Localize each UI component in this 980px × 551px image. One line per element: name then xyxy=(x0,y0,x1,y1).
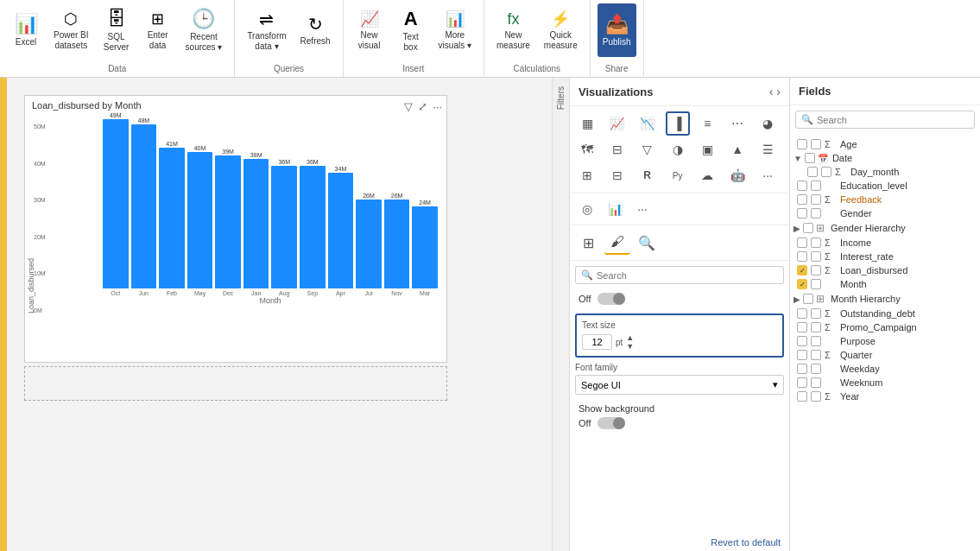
field-checkbox-month-hier[interactable] xyxy=(803,294,813,304)
text-size-field[interactable] xyxy=(582,334,612,350)
field-checkbox-weekday2[interactable] xyxy=(811,364,821,374)
viz-toggle[interactable] xyxy=(597,293,625,305)
list-item[interactable]: Σ Promo_Campaign xyxy=(790,320,980,334)
field-checkbox-quarter[interactable] xyxy=(797,350,807,360)
viz-icon-map[interactable]: 🗺 xyxy=(575,137,599,162)
sql-server-button[interactable]: 🗄 SQLServer xyxy=(98,3,136,57)
list-item[interactable]: Gender xyxy=(790,206,980,220)
publish-button[interactable]: 📤 Publish xyxy=(597,3,636,57)
quick-measure-button[interactable]: ⚡ Quickmeasure xyxy=(539,3,583,57)
enter-data-button[interactable]: ⊞ Enterdata xyxy=(139,3,177,57)
field-checkbox-year2[interactable] xyxy=(811,391,821,402)
list-item[interactable]: Σ Interest_rate xyxy=(790,250,980,263)
field-checkbox-purpose2[interactable] xyxy=(811,336,821,346)
field-checkbox-age2[interactable] xyxy=(811,139,821,149)
field-checkbox-month2[interactable] xyxy=(811,279,821,289)
viz-icon-kpi[interactable]: ▲ xyxy=(725,137,749,162)
field-checkbox-loan[interactable]: ✓ xyxy=(797,265,807,276)
list-item[interactable]: Σ Year xyxy=(790,390,980,403)
filter-icon[interactable]: ▽ xyxy=(404,100,413,113)
power-bi-datasets-button[interactable]: ⬡ Power BIdatasets xyxy=(48,3,94,57)
list-item[interactable]: ✓ Month xyxy=(790,277,980,291)
list-item[interactable]: Weeknum xyxy=(790,376,980,390)
viz-icon-bar[interactable]: ▦ xyxy=(575,111,599,136)
field-checkbox-promo[interactable] xyxy=(797,322,807,332)
viz-search-input[interactable] xyxy=(597,270,778,281)
list-item[interactable]: Education_level xyxy=(790,179,980,193)
viz-icon-line[interactable]: 📈 xyxy=(605,111,629,136)
viz-icon-funnel[interactable]: ▽ xyxy=(635,137,660,162)
viz-icon-python[interactable]: Py xyxy=(666,163,690,187)
viz-icon-waterfall[interactable]: 📊 xyxy=(603,197,627,221)
viz-tab-format[interactable]: 🖌 xyxy=(604,231,630,255)
group-row-gender-hierarchy[interactable]: ▶ ⊞ Gender Hierarchy xyxy=(790,220,980,236)
excel-button[interactable]: 📊 Excel xyxy=(7,3,45,57)
group-row-month-hierarchy[interactable]: ▶ ⊞ Month Hierarchy xyxy=(790,291,980,307)
group-row-date[interactable]: ▼ 📅 Date xyxy=(790,151,980,165)
field-checkbox-outstanding[interactable] xyxy=(797,308,807,319)
list-item[interactable]: Purpose xyxy=(790,334,980,348)
expand-icon[interactable]: ⤢ xyxy=(418,100,427,113)
viz-icon-card[interactable]: ▣ xyxy=(695,137,719,162)
field-checkbox-feedback[interactable] xyxy=(797,194,807,205)
field-checkbox-purpose[interactable] xyxy=(797,336,807,346)
field-checkbox-year[interactable] xyxy=(797,391,807,402)
field-checkbox-loan2[interactable] xyxy=(811,265,821,276)
field-checkbox-quarter2[interactable] xyxy=(811,350,821,360)
field-checkbox-date[interactable] xyxy=(805,153,815,163)
field-checkbox-education[interactable] xyxy=(797,180,807,191)
viz-icon-R[interactable]: R xyxy=(635,163,660,187)
viz-icon-table[interactable]: ⊞ xyxy=(575,163,599,187)
viz-tab-analytics[interactable]: 🔍 xyxy=(634,231,660,255)
list-item[interactable]: Σ Feedback xyxy=(790,193,980,206)
transform-data-button[interactable]: ⇌ Transformdata ▾ xyxy=(242,3,291,57)
viz-icon-more-dots[interactable]: ··· xyxy=(756,163,780,187)
field-checkbox-gender2[interactable] xyxy=(811,208,821,218)
show-bg-toggle[interactable] xyxy=(597,417,625,429)
field-checkbox-income2[interactable] xyxy=(811,238,821,248)
fields-search-box[interactable]: 🔍 xyxy=(795,111,975,129)
list-item[interactable]: Σ Outstanding_debt xyxy=(790,307,980,320)
refresh-button[interactable]: ↻ Refresh xyxy=(295,3,336,57)
field-checkbox-weekday[interactable] xyxy=(797,364,807,374)
viz-search-box[interactable]: 🔍 xyxy=(575,266,784,284)
field-checkbox-gender-hier[interactable] xyxy=(803,223,813,233)
field-checkbox-weeknum2[interactable] xyxy=(811,377,821,388)
list-item[interactable]: ✓ Σ Loan_disbursed xyxy=(790,263,980,277)
field-checkbox-age[interactable] xyxy=(797,139,807,149)
viz-icon-treemap[interactable]: ⊟ xyxy=(605,137,629,162)
new-measure-button[interactable]: fx Newmeasure xyxy=(491,3,535,57)
field-checkbox-income[interactable] xyxy=(797,238,807,248)
field-checkbox-outstanding2[interactable] xyxy=(811,308,821,319)
viz-next-button[interactable]: › xyxy=(776,85,781,98)
list-item[interactable]: Weekday xyxy=(790,362,980,376)
field-checkbox-interest2[interactable] xyxy=(811,251,821,262)
canvas-area[interactable]: ▽ ⤢ ··· Loan_disbursed by Month Loan_dis… xyxy=(7,78,553,551)
field-checkbox-education2[interactable] xyxy=(811,180,821,191)
viz-icon-scatter[interactable]: ⋯ xyxy=(725,111,749,136)
viz-icon-donut[interactable]: ◎ xyxy=(575,197,599,221)
field-checkbox-gender[interactable] xyxy=(797,208,807,218)
font-family-select[interactable]: Segoe UI ▾ xyxy=(575,375,784,395)
filters-panel[interactable]: Filters xyxy=(553,78,570,551)
text-size-up[interactable]: ▲ xyxy=(626,333,634,342)
viz-icon-azure[interactable]: ☁ xyxy=(695,163,719,187)
fields-search-input[interactable] xyxy=(817,115,969,125)
chart-container[interactable]: ▽ ⤢ ··· Loan_disbursed by Month Loan_dis… xyxy=(24,95,447,363)
viz-icon-stacked-bar[interactable]: ≡ xyxy=(695,111,719,136)
text-box-button[interactable]: A Textbox xyxy=(392,3,430,57)
field-checkbox-feedback2[interactable] xyxy=(811,194,821,205)
revert-button[interactable]: Revert to default xyxy=(570,534,789,551)
viz-icon-area[interactable]: 📉 xyxy=(635,111,660,136)
viz-icon-gauge[interactable]: ◑ xyxy=(666,137,690,162)
viz-icon-matrix[interactable]: ⊟ xyxy=(605,163,629,187)
list-item[interactable]: Σ Quarter xyxy=(790,348,980,362)
viz-icon-pie[interactable]: ◕ xyxy=(756,111,780,136)
more-icon[interactable]: ··· xyxy=(433,100,442,113)
text-size-down[interactable]: ▼ xyxy=(626,342,634,351)
list-item[interactable]: Σ Day_month xyxy=(790,165,980,179)
viz-icon-slicer[interactable]: ☰ xyxy=(756,137,780,162)
new-visual-button[interactable]: 📈 Newvisual xyxy=(351,3,389,57)
field-checkbox-promo2[interactable] xyxy=(811,322,821,332)
viz-tab-fields[interactable]: ⊞ xyxy=(575,231,601,255)
